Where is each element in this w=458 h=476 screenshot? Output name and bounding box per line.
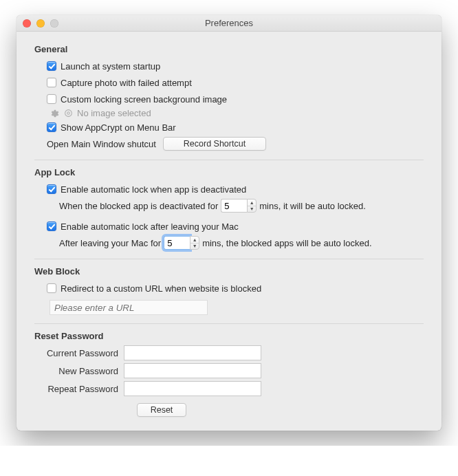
window-title: Preferences (205, 18, 253, 28)
applock-deact-row: Enable automatic lock when app is deacti… (34, 182, 424, 197)
repeat-password-input[interactable] (124, 381, 261, 396)
at-icon (63, 109, 73, 118)
custom-bg-subrow: No image selected (50, 108, 424, 118)
new-password-input[interactable] (124, 363, 261, 378)
redirect-label: Redirect to a custom URL when website is… (61, 283, 261, 294)
section-applock: App Lock (34, 167, 424, 177)
new-password-label: New Password (34, 366, 124, 376)
separator (34, 259, 424, 259)
custom-bg-row: Custom locking screen background image (34, 91, 424, 107)
chevron-down-icon[interactable]: ▼ (248, 206, 256, 213)
gear-icon (50, 109, 59, 118)
redirect-row: Redirect to a custom URL when website is… (34, 281, 424, 296)
close-icon[interactable] (23, 19, 31, 28)
applock-leave-stepper: ▲ ▼ (164, 236, 199, 250)
record-shortcut-button[interactable]: Record Shortcut (163, 137, 266, 151)
content: General Launch at system startup Capture… (17, 32, 441, 431)
applock-leave-label: Enable automatic lock after leaving your… (61, 221, 239, 232)
applock-deact-post: mins, it will be auto locked. (259, 201, 366, 211)
chevron-up-icon[interactable]: ▲ (190, 237, 199, 244)
repeat-password-label: Repeat Password (34, 384, 124, 394)
applock-leave-pre: After leaving your Mac for (59, 238, 161, 248)
section-webblock: Web Block (34, 266, 424, 277)
current-password-label: Current Password (34, 348, 124, 358)
stepper-icon[interactable]: ▲ ▼ (247, 199, 257, 213)
applock-deact-stepper: ▲ ▼ (221, 199, 257, 213)
titlebar: Preferences (17, 15, 441, 32)
password-grid: Current Password New Password Repeat Pas… (34, 345, 424, 396)
applock-leave-row: Enable automatic lock after leaving your… (34, 219, 424, 234)
chevron-down-icon[interactable]: ▼ (190, 244, 199, 250)
menubar-label: Show AppCrypt on Menu Bar (61, 122, 176, 133)
applock-leave-value[interactable] (164, 236, 190, 250)
applock-deact-detail: When the blocked app is deactivated for … (34, 198, 424, 213)
launch-at-startup-row: Launch at system startup (34, 58, 424, 74)
section-reset: Reset Password (34, 331, 424, 341)
custom-bg-label: Custom locking screen background image (61, 94, 227, 105)
current-password-input[interactable] (124, 345, 261, 360)
launch-at-startup-label: Launch at system startup (61, 61, 160, 72)
applock-leave-checkbox[interactable] (47, 221, 56, 231)
traffic-lights (23, 19, 58, 28)
zoom-icon (50, 19, 58, 28)
menubar-checkbox[interactable] (47, 122, 56, 132)
separator (34, 323, 424, 324)
capture-photo-checkbox[interactable] (47, 78, 56, 87)
stepper-icon[interactable]: ▲ ▼ (190, 236, 199, 250)
minimize-icon[interactable] (36, 19, 45, 28)
applock-deact-value[interactable] (221, 199, 247, 213)
section-general: General (34, 44, 424, 54)
redirect-url-input[interactable] (50, 300, 208, 315)
redirect-checkbox[interactable] (47, 283, 56, 293)
applock-leave-post: mins, the blocked apps will be auto lock… (202, 238, 371, 248)
no-image-text: No image selected (77, 108, 151, 118)
preferences-window: Preferences General Launch at system sta… (17, 15, 441, 431)
svg-point-1 (67, 112, 69, 114)
applock-deact-checkbox[interactable] (47, 184, 56, 194)
capture-photo-label: Capture photo with failed attempt (61, 78, 192, 88)
applock-leave-detail: After leaving your Mac for ▲ ▼ mins, the… (34, 235, 424, 250)
capture-photo-row: Capture photo with failed attempt (34, 75, 424, 90)
custom-bg-checkbox[interactable] (47, 94, 56, 104)
separator (34, 160, 424, 160)
applock-deact-pre: When the blocked app is deactivated for (59, 201, 218, 211)
menubar-row: Show AppCrypt on Menu Bar (34, 120, 424, 135)
reset-row: Reset (34, 403, 289, 417)
shortcut-row: Open Main Window shutcut Record Shortcut (34, 136, 424, 151)
reset-button[interactable]: Reset (137, 403, 186, 417)
launch-at-startup-checkbox[interactable] (47, 61, 56, 71)
shortcut-label: Open Main Window shutcut (47, 139, 156, 149)
chevron-up-icon[interactable]: ▲ (248, 199, 256, 206)
svg-point-0 (65, 110, 72, 117)
applock-deact-label: Enable automatic lock when app is deacti… (61, 184, 246, 195)
